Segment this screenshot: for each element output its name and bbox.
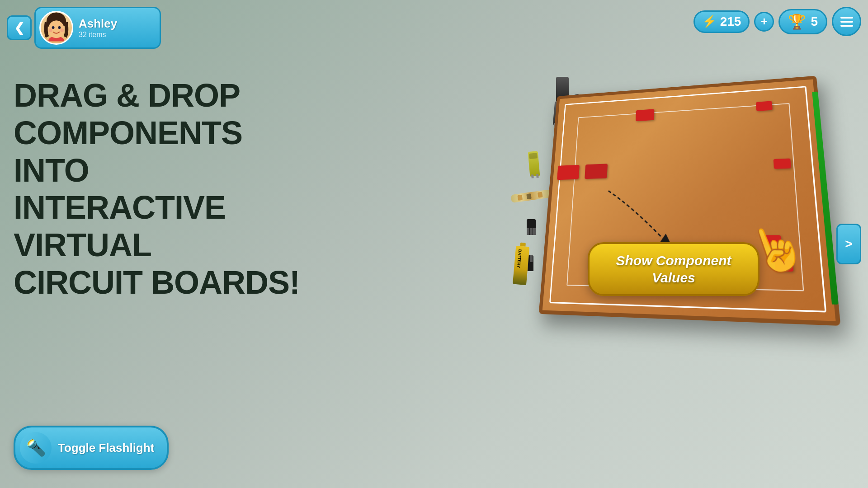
hamburger-icon bbox=[840, 17, 853, 27]
instruction-text: DRAG & DROP COMPONENTS INTO INTERACTIVE … bbox=[14, 77, 321, 301]
trophy-icon: 🏆 bbox=[788, 13, 806, 30]
next-icon: > bbox=[845, 237, 852, 251]
menu-button[interactable] bbox=[832, 7, 861, 36]
flashlight-icon: 🔦 bbox=[20, 432, 52, 464]
hamburger-line-1 bbox=[840, 17, 853, 19]
back-button[interactable]: ❮ bbox=[7, 15, 32, 40]
transistor-1 bbox=[527, 219, 536, 235]
user-panel: ❮ Ashley bbox=[7, 7, 161, 49]
user-name: Ashley bbox=[79, 17, 117, 31]
board-component-5 bbox=[774, 159, 791, 169]
board-component-3 bbox=[557, 165, 580, 180]
add-icon: + bbox=[761, 14, 768, 28]
back-icon: ❮ bbox=[14, 22, 24, 34]
hud-right: ⚡ 215 + 🏆 5 bbox=[693, 7, 861, 36]
score-badge: ⚡ 215 bbox=[693, 10, 750, 33]
user-info: Ashley 32 items bbox=[79, 17, 117, 39]
avatar bbox=[39, 11, 73, 45]
capacitor-yellow bbox=[528, 151, 540, 177]
flashlight-button[interactable]: 🔦 Toggle Flashlight bbox=[14, 426, 169, 470]
board-component-4 bbox=[585, 164, 608, 179]
instruction-line-5: CIRCUIT BOARDS! bbox=[14, 264, 321, 301]
battery: BATTERY bbox=[513, 242, 530, 285]
svg-point-2 bbox=[52, 26, 55, 29]
board-component-2 bbox=[756, 101, 773, 111]
lightning-icon: ⚡ bbox=[702, 14, 717, 28]
trophy-value: 5 bbox=[811, 14, 818, 29]
board-component-1 bbox=[636, 109, 654, 121]
show-component-label: Show Component Values bbox=[610, 252, 737, 286]
avatar-image bbox=[41, 12, 72, 44]
add-score-button[interactable]: + bbox=[754, 12, 774, 32]
circuit-area: BATTERY Show bbox=[502, 59, 845, 321]
score-value: 215 bbox=[720, 14, 741, 29]
hamburger-line-2 bbox=[840, 21, 853, 23]
svg-point-5 bbox=[60, 28, 64, 32]
trophy-badge: 🏆 5 bbox=[778, 9, 827, 34]
user-items: 32 items bbox=[79, 31, 117, 39]
show-component-button[interactable]: Show Component Values bbox=[588, 242, 760, 296]
next-button[interactable]: > bbox=[836, 224, 861, 264]
hamburger-line-3 bbox=[840, 25, 853, 27]
instruction-line-3: INTERACTIVE bbox=[14, 189, 321, 226]
instruction-line-2: COMPONENTS INTO bbox=[14, 114, 321, 189]
resistor-floating bbox=[510, 189, 552, 203]
svg-point-4 bbox=[49, 28, 52, 32]
flashlight-label: Toggle Flashlight bbox=[58, 441, 154, 455]
user-card: Ashley 32 items bbox=[34, 7, 161, 49]
instruction-line-4: VIRTUAL bbox=[14, 226, 321, 264]
instruction-line-1: DRAG & DROP bbox=[14, 77, 321, 114]
svg-point-3 bbox=[58, 26, 61, 29]
